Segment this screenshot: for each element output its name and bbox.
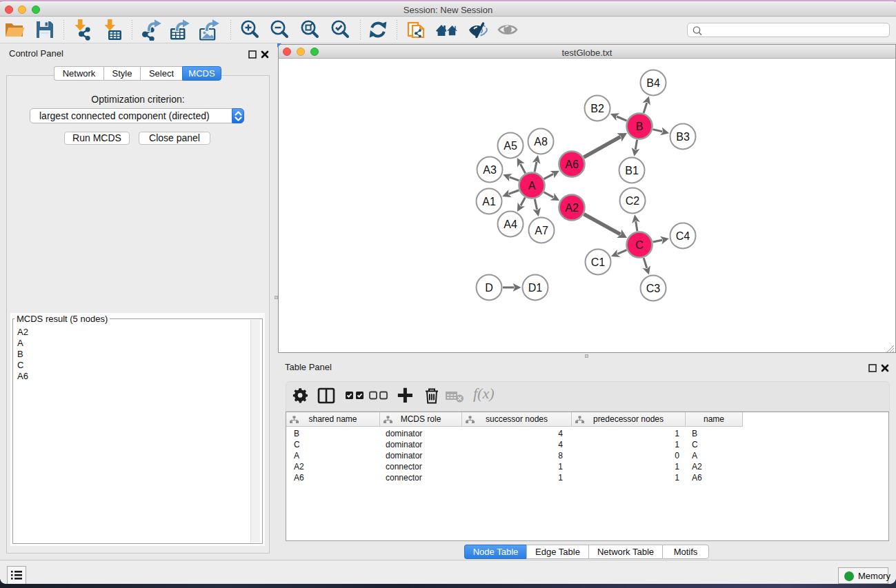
svg-text:B: B bbox=[636, 121, 644, 132]
svg-text:A5: A5 bbox=[504, 140, 517, 152]
svg-text:B3: B3 bbox=[676, 131, 690, 143]
svg-text:A2: A2 bbox=[565, 202, 579, 214]
svg-text:C2: C2 bbox=[626, 195, 640, 207]
svg-text:A: A bbox=[528, 180, 536, 192]
svg-text:A8: A8 bbox=[534, 136, 548, 148]
svg-text:B4: B4 bbox=[646, 77, 660, 89]
svg-text:D: D bbox=[485, 282, 493, 294]
svg-text:C1: C1 bbox=[591, 256, 606, 268]
svg-text:C: C bbox=[635, 239, 644, 251]
svg-text:B1: B1 bbox=[625, 165, 639, 176]
svg-text:A3: A3 bbox=[483, 164, 497, 176]
svg-text:A6: A6 bbox=[565, 159, 579, 170]
svg-text:A4: A4 bbox=[504, 219, 517, 230]
svg-text:D1: D1 bbox=[528, 282, 543, 294]
svg-text:C4: C4 bbox=[676, 230, 690, 242]
svg-text:B2: B2 bbox=[590, 103, 604, 114]
svg-text:A7: A7 bbox=[535, 225, 548, 236]
svg-text:C3: C3 bbox=[646, 283, 661, 294]
svg-text:A1: A1 bbox=[482, 196, 496, 207]
